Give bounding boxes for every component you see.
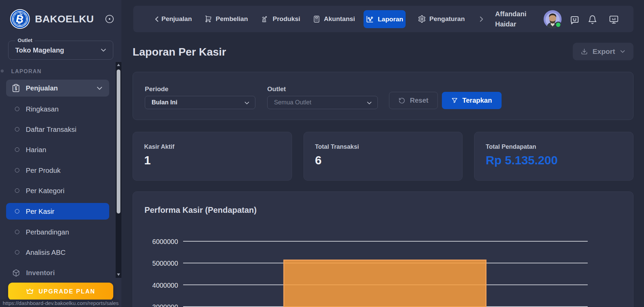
- svg-text:$: $: [15, 86, 17, 91]
